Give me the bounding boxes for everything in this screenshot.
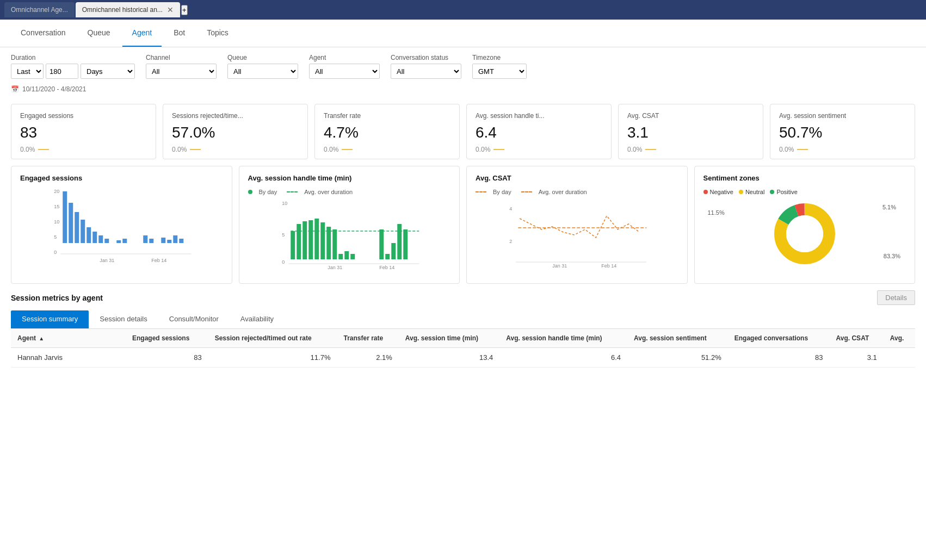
svg-text:Feb 14: Feb 14 bbox=[379, 265, 394, 270]
kpi-title-0: Engaged sessions bbox=[20, 112, 147, 120]
subtab-consult-monitor[interactable]: Consult/Monitor bbox=[158, 310, 230, 328]
kpi-trend-5 bbox=[797, 149, 808, 150]
duration-unit-select[interactable]: Days bbox=[81, 64, 135, 79]
svg-text:Jan 31: Jan 31 bbox=[552, 263, 567, 269]
legend-positive-label: Positive bbox=[776, 189, 798, 195]
tab-bot[interactable]: Bot bbox=[164, 20, 195, 47]
svg-text:5: 5 bbox=[54, 234, 57, 240]
donut-container: 5.1% 11.5% 83.3% bbox=[703, 198, 906, 269]
subtab-session-summary[interactable]: Session summary bbox=[11, 310, 89, 328]
session-table: Agent ▲ Engaged sessions Session rejecte… bbox=[11, 329, 915, 368]
tab-topics[interactable]: Topics bbox=[197, 20, 238, 47]
duration-preset-select[interactable]: Last bbox=[11, 64, 44, 79]
tab-agent[interactable]: Agent bbox=[122, 20, 162, 47]
subtab-availability[interactable]: Availability bbox=[230, 310, 285, 328]
svg-rect-41 bbox=[379, 229, 384, 259]
browser-tab-1[interactable]: Omnichannel Age... bbox=[4, 2, 75, 17]
queue-filter: Queue All bbox=[227, 54, 298, 79]
details-button[interactable]: Details bbox=[877, 290, 915, 305]
channel-filter: Channel All bbox=[146, 54, 217, 79]
duration-filter: Duration Last Days bbox=[11, 54, 135, 79]
kpi-title-1: Sessions rejected/time... bbox=[172, 112, 299, 120]
svg-rect-8 bbox=[81, 220, 85, 243]
svg-text:10: 10 bbox=[54, 219, 59, 225]
timezone-label: Timezone bbox=[472, 54, 527, 61]
browser-tab-2[interactable]: Omnichannel historical an... ✕ bbox=[76, 2, 180, 17]
section-header: Session metrics by agent Details bbox=[11, 290, 915, 305]
svg-rect-38 bbox=[338, 254, 343, 259]
svg-rect-44 bbox=[397, 224, 402, 259]
legend-dashed-avg bbox=[287, 191, 298, 192]
kpi-delta-5: 0.0% bbox=[779, 146, 794, 153]
kpi-card-avg-csat: Avg. CSAT 3.1 0.0% bbox=[618, 104, 763, 159]
svg-text:10: 10 bbox=[282, 201, 287, 206]
svg-rect-34 bbox=[314, 219, 319, 259]
svg-rect-37 bbox=[332, 229, 337, 259]
neutral-pct-label: 11.5% bbox=[708, 209, 725, 216]
chart-avg-handle-time-area: 10 5 0 bbox=[248, 200, 451, 276]
kpi-value-1: 57.0% bbox=[172, 124, 299, 141]
svg-rect-14 bbox=[116, 240, 121, 243]
positive-pct-label: 5.1% bbox=[882, 204, 896, 210]
kpi-title-5: Avg. session sentiment bbox=[779, 112, 906, 120]
conv-status-select[interactable]: All bbox=[391, 64, 461, 79]
agent-filter: Agent All bbox=[309, 54, 380, 79]
svg-point-59 bbox=[786, 215, 823, 252]
chart-avg-csat: Avg. CSAT By day Avg. over duration 4 2 … bbox=[466, 166, 688, 284]
legend-label-csat-avg: Avg. over duration bbox=[539, 189, 587, 195]
browser-tab-2-label: Omnichannel historical an... bbox=[82, 6, 163, 14]
kpi-title-2: Transfer rate bbox=[324, 112, 450, 120]
duration-value-input[interactable] bbox=[46, 64, 78, 79]
kpi-card-avg-sentiment: Avg. session sentiment 50.7% 0.0% bbox=[770, 104, 915, 159]
chart-avg-csat-legend: By day Avg. over duration bbox=[476, 189, 678, 195]
browser-tab-bar: Omnichannel Age... Omnichannel historica… bbox=[0, 0, 926, 20]
svg-rect-21 bbox=[167, 240, 171, 243]
svg-rect-42 bbox=[385, 254, 390, 259]
queue-select[interactable]: All bbox=[227, 64, 298, 79]
legend-dot-by-day bbox=[248, 190, 252, 194]
agent-select[interactable]: All bbox=[309, 64, 380, 79]
chart-avg-handle-time-title: Avg. session handle time (min) bbox=[248, 174, 451, 182]
tab-conversation[interactable]: Conversation bbox=[11, 20, 76, 47]
chart-avg-handle-time: Avg. session handle time (min) By day Av… bbox=[239, 166, 460, 284]
th-avg-session-time: Avg. session time (min) bbox=[399, 329, 499, 348]
svg-rect-11 bbox=[98, 235, 103, 243]
th-avg-senti-abbr: Avg. bbox=[884, 329, 915, 348]
kpi-title-4: Avg. CSAT bbox=[627, 112, 754, 120]
legend-dashed-csat-day bbox=[476, 191, 486, 192]
svg-rect-23 bbox=[179, 239, 183, 243]
svg-rect-43 bbox=[391, 243, 396, 259]
sort-agent-icon[interactable]: ▲ bbox=[39, 335, 44, 341]
svg-text:2: 2 bbox=[509, 239, 512, 244]
svg-rect-32 bbox=[303, 221, 307, 259]
chart-engaged-sessions-area: 20 15 10 5 0 bbox=[20, 189, 223, 265]
cell-engaged-conversations: 83 bbox=[728, 348, 830, 368]
add-tab-button[interactable]: + bbox=[181, 5, 188, 15]
kpi-value-3: 6.4 bbox=[476, 124, 602, 141]
avg-handle-time-svg: 10 5 0 bbox=[248, 200, 451, 270]
avg-csat-svg: 4 2 Jan 31 Feb 14 bbox=[476, 200, 678, 270]
kpi-trend-0 bbox=[38, 149, 49, 150]
duration-label: Duration bbox=[11, 54, 135, 61]
legend-negative-label: Negative bbox=[710, 189, 733, 195]
timezone-filter: Timezone GMT bbox=[472, 54, 527, 79]
kpi-delta-2: 0.0% bbox=[324, 146, 338, 153]
channel-select[interactable]: All bbox=[146, 64, 217, 79]
kpi-row: Engaged sessions 83 0.0% Sessions reject… bbox=[0, 97, 926, 166]
timezone-select[interactable]: GMT bbox=[472, 64, 527, 79]
kpi-delta-1: 0.0% bbox=[172, 146, 187, 153]
svg-text:0: 0 bbox=[54, 250, 57, 255]
cell-transfer-rate: 2.1% bbox=[337, 348, 398, 368]
sentiment-legend: Negative Neutral Positive bbox=[703, 189, 906, 195]
svg-rect-20 bbox=[161, 238, 165, 243]
close-tab-icon[interactable]: ✕ bbox=[167, 5, 174, 14]
subtab-session-details[interactable]: Session details bbox=[89, 310, 158, 328]
th-session-rejected: Session rejected/timed out rate bbox=[208, 329, 337, 348]
svg-rect-33 bbox=[308, 220, 313, 259]
donut-svg bbox=[772, 201, 837, 266]
th-transfer-rate: Transfer rate bbox=[337, 329, 398, 348]
svg-rect-12 bbox=[104, 239, 109, 243]
chart-sentiment-zones: Sentiment zones Negative Neutral Positiv… bbox=[694, 166, 916, 284]
kpi-trend-3 bbox=[493, 149, 504, 150]
tab-queue[interactable]: Queue bbox=[78, 20, 120, 47]
